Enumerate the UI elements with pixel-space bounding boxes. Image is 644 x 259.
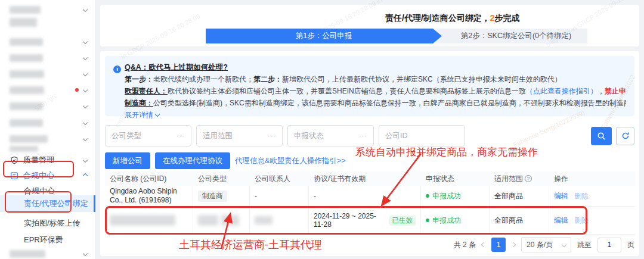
cell-validity: 2024-11-29 ~ 2025-11-28已生效 <box>309 207 421 235</box>
chevron-down-icon <box>83 39 88 44</box>
sidebar-item-quality-management[interactable]: 质量管理 <box>0 153 95 167</box>
cell-scope: 全部商品 <box>490 186 549 207</box>
more-options-icon: ··· <box>177 132 185 139</box>
declare-status-filter[interactable]: 申报状态··· <box>287 125 374 146</box>
sidebar-item-redacted[interactable] <box>0 116 95 130</box>
notification-dot <box>75 88 79 92</box>
redacted-label <box>10 102 43 110</box>
declare-status-placeholder: 申报状态 <box>294 131 324 141</box>
sidebar-item-redacted[interactable] <box>0 144 95 154</box>
cell-actions: 编辑删除 <box>549 186 635 207</box>
col-company-type: 公司类型 <box>193 171 250 186</box>
delete-link[interactable]: 删除 <box>574 216 589 226</box>
scope-filter[interactable]: 适用范围··· <box>196 125 283 146</box>
redacted-label <box>10 135 48 143</box>
agent-info-guide-link[interactable]: 代理信息&欧盟责任人操作指引>> <box>235 156 345 166</box>
cell-validity: - <box>309 186 421 207</box>
qa-separator: ， <box>597 87 605 95</box>
page-size-select[interactable]: 20 条/页 <box>521 237 571 252</box>
chevron-down-icon <box>83 55 88 60</box>
status-text: 申报成功 <box>432 191 461 201</box>
company-id-input[interactable] <box>385 132 459 140</box>
sidebar-item-label: 质量管理 <box>23 155 54 166</box>
page-number-button[interactable]: 1 <box>491 238 506 252</box>
sidebar-item-redacted[interactable] <box>0 67 95 81</box>
company-table: 公司名称 (公司ID) 公司类型 公司联系人 协议/证书有效期 申报状态 适用范… <box>105 171 635 235</box>
page-title: 责任/代理/制造商公司绑定，2步完成 <box>385 13 520 24</box>
search-button[interactable] <box>591 127 612 145</box>
col-scope-label: 适用范围 <box>494 174 523 184</box>
cell-contact <box>250 207 309 235</box>
add-company-button[interactable]: 新增公司 <box>105 152 150 169</box>
redacted-type-tag <box>198 215 218 226</box>
status-text: 申报成功 <box>432 216 461 226</box>
sidebar-item-label: 合规中心 <box>23 170 54 181</box>
type-tag: 制造商 <box>198 191 227 202</box>
qa-step1-text: 老欧代续约或办理一个新欧代； <box>153 75 253 83</box>
step-1-label: 第1步：公司申报 <box>296 31 352 41</box>
qa-eu-rep-text: 欧代协议签约主体必须和店铺公司主体一致，并覆盖SHEIN店铺信息，责任人信息要和… <box>168 87 526 95</box>
qa-eu-rep-label: 欧盟责任人： <box>125 87 168 95</box>
sidebar-item-redacted[interactable] <box>0 99 95 113</box>
qa-step2-label: 第二步： <box>253 75 282 83</box>
table-row: Qingdao Aobo Shipin Co., Ltd. (6191698) … <box>105 186 635 207</box>
cell-contact: - <box>250 186 309 207</box>
refresh-button[interactable] <box>616 127 634 145</box>
validity-text: 2024-11-29 ~ 2025-11-28 <box>314 212 386 229</box>
sidebar-item-redacted[interactable] <box>0 16 95 28</box>
redacted-label <box>10 6 41 14</box>
delete-link[interactable]: 删除 <box>574 191 589 201</box>
step-2-skc-binding[interactable]: 第2步：SKC绑定公司(0个待绑定) <box>433 29 587 43</box>
sidebar-item-redacted[interactable] <box>0 246 95 259</box>
active-tag: 已生效 <box>389 216 416 226</box>
sidebar-item-redacted[interactable] <box>0 51 95 65</box>
col-status: 申报状态 <box>421 171 490 186</box>
sidebar-item-responsible-agent-binding[interactable]: 责任/代理公司绑定 <box>0 195 95 212</box>
step-bar: 第1步：公司申报 第2步：SKC绑定公司(0个待绑定) <box>206 29 587 43</box>
step-1-company-declare[interactable]: 第1步：公司申报 <box>206 29 442 43</box>
main-panel: iQ&A：欧代马上过期如何处理? 第一步：老欧代续约或办理一个新欧代；第二步：新… <box>100 51 639 256</box>
cell-company-name: Qingdao Aobo Shipin Co., Ltd. (6191698) <box>105 186 193 207</box>
help-icon[interactable]: ? <box>525 175 532 182</box>
col-validity: 协议/证书有效期 <box>309 171 421 186</box>
redacted-label <box>10 146 38 152</box>
expand-details-link[interactable]: 展开详情 <box>125 111 159 119</box>
jump-page-input[interactable] <box>597 238 621 252</box>
sidebar-item-redacted[interactable] <box>0 83 95 97</box>
prev-page-icon[interactable] <box>481 242 486 247</box>
qa-title[interactable]: Q&A：欧代马上过期如何处理? <box>125 63 228 71</box>
page-unit-label: 页 <box>627 240 634 250</box>
online-agreement-button[interactable]: 在线办理代理协议 <box>155 152 230 169</box>
redacted-label <box>10 70 44 78</box>
chevron-down-icon <box>83 88 88 92</box>
sidebar-item-epr-fee[interactable]: EPR环保费 <box>0 233 95 247</box>
cell-company-type <box>193 207 250 235</box>
chevron-up-icon <box>83 173 88 178</box>
qa-guide-link[interactable]: （点此查看操作指引） <box>526 87 597 95</box>
sidebar-item-redacted[interactable] <box>0 35 95 49</box>
sidebar-item-compliance-center[interactable]: 合规中心 <box>0 168 95 183</box>
company-type-filter[interactable]: 公司类型··· <box>105 125 191 146</box>
qa-blacklist-warning: 禁止申报黑名单欧代 <box>605 87 626 95</box>
edit-link[interactable]: 编辑 <box>554 191 568 201</box>
search-icon <box>597 132 606 141</box>
edit-link[interactable]: 编辑 <box>554 216 568 226</box>
page-title-text: 责任/代理/制造商公司绑定， <box>385 13 490 23</box>
sidebar-item-photo-label-upload[interactable]: 实拍图/标签上传 <box>0 216 95 230</box>
redacted-label <box>10 18 37 27</box>
refresh-icon <box>621 132 630 140</box>
pagination: 共 2 条 1 20 条/页 跳至 页 <box>454 237 634 252</box>
col-company-name: 公司名称 (公司ID) <box>105 171 193 186</box>
chevron-down-icon <box>83 251 88 256</box>
sidebar-item-label: 责任/代理公司绑定 <box>24 198 88 209</box>
status-dot <box>426 194 429 198</box>
next-page-icon[interactable] <box>511 242 516 247</box>
chevron-down-icon <box>83 158 88 163</box>
cell-actions: 编辑删除 <box>549 207 635 235</box>
sidebar-item-redacted[interactable] <box>0 2 95 17</box>
page-size-value: 20 条/页 <box>527 240 553 250</box>
cell-status: 申报成功 <box>421 186 490 207</box>
toolbar: 新增公司 在线办理代理协议 代理信息&欧盟责任人操作指引>> <box>105 152 345 169</box>
qa-step2-text: 新增欧代公司，上传最新欧代协议，并绑定SKC（系统已支持申报未来时间生效的欧代） <box>282 75 562 83</box>
table-row: 2024-11-29 ~ 2025-11-28已生效 申报成功 全部商品 编辑删… <box>105 207 635 235</box>
